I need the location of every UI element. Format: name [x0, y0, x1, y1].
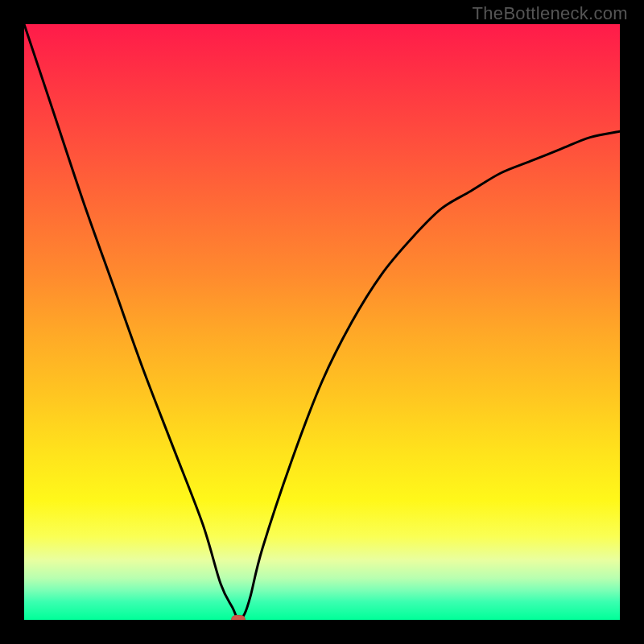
- watermark-text: TheBottleneck.com: [473, 3, 628, 24]
- optimum-marker: [231, 615, 246, 620]
- chart-frame: TheBottleneck.com: [0, 0, 644, 644]
- plot-area: [24, 24, 620, 620]
- curve-path: [24, 24, 620, 620]
- bottleneck-curve: [24, 24, 620, 620]
